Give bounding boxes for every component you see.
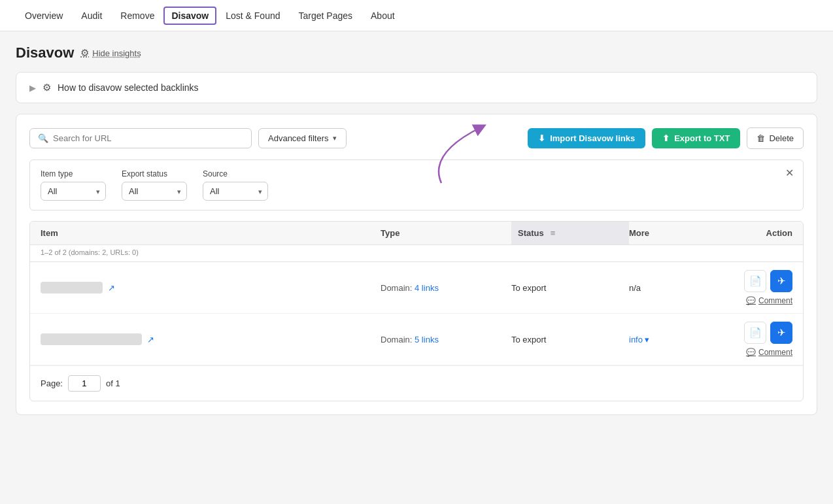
trash-icon: 🗑: [756, 133, 765, 143]
table-row: ↗ Domain: 4 links To export n/a 📄 ✈: [30, 262, 803, 314]
page-input[interactable]: [68, 375, 101, 392]
table-sub-header: 1–2 of 2 (domains: 2, URLs: 0): [30, 245, 803, 262]
nav-remove[interactable]: Remove: [111, 1, 163, 30]
search-input[interactable]: [53, 133, 243, 143]
pagination: Page: of 1: [30, 365, 803, 401]
status-cell-2: To export: [511, 335, 629, 344]
export-status-select-wrap: All To export Exported: [122, 182, 187, 201]
status-value-1: To export: [511, 283, 546, 293]
page-title-row: Disavow ⚙ Hide insights: [16, 44, 817, 61]
search-input-wrap: 🔍: [29, 128, 252, 148]
comment-icon-2: 💬: [746, 348, 756, 357]
item-type-filter: Item type All Domain URL: [41, 169, 106, 201]
type-cell-2: Domain: 5 links: [381, 335, 511, 344]
status-filter-icon[interactable]: ≡: [551, 228, 556, 238]
export-status-label: Export status: [122, 169, 187, 178]
type-cell-1: Domain: 4 links: [381, 283, 511, 293]
export-status-filter: Export status All To export Exported: [122, 169, 187, 201]
action-buttons-2: 📄 ✈: [744, 322, 792, 344]
more-cell-2: info ▾: [629, 335, 707, 344]
delete-button[interactable]: 🗑 Delete: [747, 127, 804, 149]
advanced-filters-button[interactable]: Advanced filters ▾: [258, 128, 347, 148]
item-url-placeholder-1: [41, 282, 103, 294]
import-icon: ⬇: [538, 133, 545, 143]
col-more: More: [629, 228, 707, 238]
comment-icon-1: 💬: [746, 296, 756, 305]
type-label-2: Domain:: [381, 335, 415, 344]
more-value-1: n/a: [629, 283, 641, 293]
toolbar-area: 🔍 Advanced filters ▾ ⬇ Import Disavow li…: [29, 127, 804, 149]
more-cell-1: n/a: [629, 283, 707, 293]
nav-disavow[interactable]: Disavow: [163, 7, 216, 25]
gear-insight-icon: ⚙: [42, 82, 51, 93]
hide-insights-button[interactable]: ⚙ Hide insights: [80, 47, 141, 59]
insight-box: ▶ ⚙ How to disavow selected backlinks: [16, 72, 817, 103]
chevron-down-icon: ▾: [333, 134, 337, 143]
status-value-2: To export: [511, 335, 546, 344]
page-title: Disavow: [16, 44, 74, 61]
nav-audit[interactable]: Audit: [72, 1, 111, 30]
import-disavow-button[interactable]: ⬇ Import Disavow links: [528, 128, 645, 148]
import-label: Import Disavow links: [550, 133, 635, 143]
type-count-2: 5 links: [415, 335, 439, 344]
copy-action-button-1[interactable]: 📄: [744, 270, 766, 292]
item-cell-2: ↗: [41, 333, 381, 345]
main-card: 🔍 Advanced filters ▾ ⬇ Import Disavow li…: [16, 114, 817, 415]
filters-panel: ✕ Item type All Domain URL Export stat: [29, 160, 804, 210]
comment-link-2[interactable]: 💬 Comment: [746, 348, 792, 357]
source-filter: Source All Manual Import: [203, 169, 268, 201]
data-table: Item Type Status ≡ More Action 1–2 of 2 …: [29, 221, 804, 401]
search-icon: 🔍: [38, 133, 48, 143]
action-cell-2: 📄 ✈ 💬 Comment: [707, 322, 792, 357]
top-navigation: Overview Audit Remove Disavow Lost & Fou…: [0, 0, 833, 31]
export-label: Export to TXT: [674, 133, 730, 143]
nav-lost-found[interactable]: Lost & Found: [216, 1, 289, 30]
page-total: of 1: [106, 378, 120, 388]
delete-label: Delete: [769, 133, 794, 143]
comment-label-2: Comment: [758, 348, 792, 357]
item-type-select-wrap: All Domain URL: [41, 182, 106, 201]
export-txt-button[interactable]: ⬆ Export to TXT: [652, 128, 740, 148]
info-link-2[interactable]: info ▾: [629, 335, 707, 344]
hide-insights-label: Hide insights: [92, 48, 141, 58]
chevron-right-icon: ▶: [29, 83, 36, 93]
export-icon: ⬆: [662, 133, 670, 143]
col-type: Type: [381, 228, 511, 238]
col-item: Item: [41, 228, 381, 238]
info-text-2: info: [629, 335, 643, 344]
export-status-select[interactable]: All To export Exported: [122, 182, 187, 201]
page-label: Page:: [41, 378, 63, 388]
comment-link-1[interactable]: 💬 Comment: [746, 296, 792, 305]
copy-action-button-2[interactable]: 📄: [744, 322, 766, 344]
external-link-icon-1[interactable]: ↗: [108, 283, 115, 293]
nav-target-pages[interactable]: Target Pages: [290, 1, 362, 30]
toolbar: 🔍 Advanced filters ▾ ⬇ Import Disavow li…: [29, 127, 804, 149]
external-link-icon-2[interactable]: ↗: [147, 335, 154, 344]
item-type-label: Item type: [41, 169, 106, 178]
nav-about[interactable]: About: [362, 1, 404, 30]
status-cell-1: To export: [511, 283, 629, 293]
send-action-button-1[interactable]: ✈: [770, 270, 792, 292]
source-select-wrap: All Manual Import: [203, 182, 268, 201]
comment-label-1: Comment: [758, 296, 792, 305]
type-label-1: Domain:: [381, 283, 415, 293]
table-header: Item Type Status ≡ More Action: [30, 222, 803, 245]
col-status: Status ≡: [511, 222, 629, 244]
nav-overview[interactable]: Overview: [16, 1, 72, 30]
chevron-down-icon-info: ▾: [645, 335, 649, 344]
filters-row: Item type All Domain URL Export status: [41, 169, 792, 201]
advanced-filters-label: Advanced filters: [268, 133, 329, 143]
insight-text: How to disavow selected backlinks: [58, 82, 199, 93]
type-count-1: 4 links: [415, 283, 439, 293]
item-type-select[interactable]: All Domain URL: [41, 182, 106, 201]
close-filters-button[interactable]: ✕: [785, 167, 794, 179]
send-action-button-2[interactable]: ✈: [770, 322, 792, 344]
page-content: Disavow ⚙ Hide insights ▶ ⚙ How to disav…: [0, 31, 833, 428]
col-action: Action: [707, 228, 792, 238]
table-row: ↗ Domain: 5 links To export info ▾ 📄: [30, 314, 803, 365]
action-cell-1: 📄 ✈ 💬 Comment: [707, 270, 792, 305]
item-url-placeholder-2: [41, 333, 142, 345]
source-select[interactable]: All Manual Import: [203, 182, 268, 201]
source-label: Source: [203, 169, 268, 178]
gear-icon: ⚙: [80, 47, 89, 59]
